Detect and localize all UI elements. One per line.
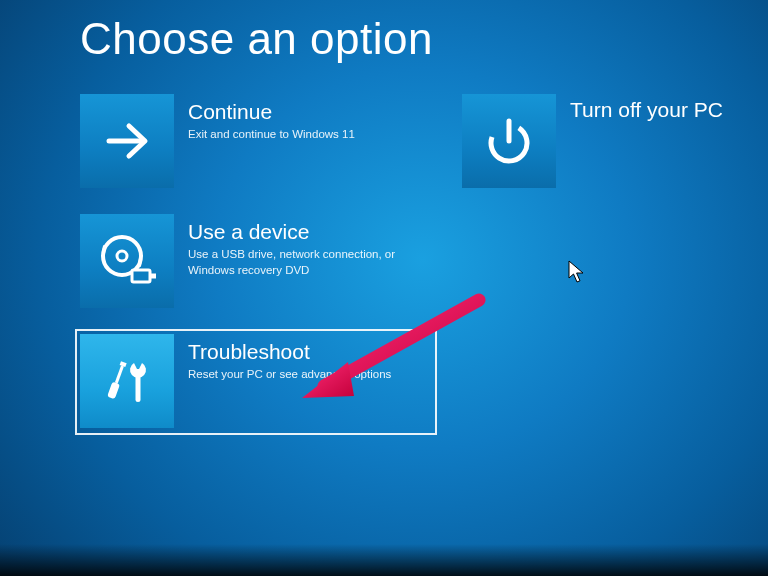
- svg-point-6: [139, 257, 142, 267]
- tile-troubleshoot-title: Troubleshoot: [188, 340, 391, 363]
- svg-rect-11: [107, 382, 120, 400]
- svg-rect-7: [132, 270, 150, 282]
- tile-troubleshoot[interactable]: Troubleshoot Reset your PC or see advanc…: [80, 334, 432, 430]
- tile-continue-desc: Exit and continue to Windows 11: [188, 127, 355, 143]
- svg-point-4: [117, 251, 127, 261]
- tools-icon: [80, 334, 174, 428]
- tile-use-device[interactable]: Use a device Use a USB drive, network co…: [80, 214, 432, 310]
- arrow-right-icon: [80, 94, 174, 188]
- tile-continue-title: Continue: [188, 100, 355, 123]
- tile-use-device-desc: Use a USB drive, network connection, or …: [188, 247, 422, 278]
- tile-troubleshoot-desc: Reset your PC or see advanced options: [188, 367, 391, 383]
- page-title: Choose an option: [80, 14, 688, 64]
- options-grid: Continue Exit and continue to Windows 11…: [80, 94, 688, 430]
- tile-turn-off-title: Turn off your PC: [570, 98, 723, 121]
- svg-rect-9: [120, 361, 127, 367]
- disc-usb-icon: [80, 214, 174, 308]
- svg-rect-8: [150, 274, 156, 279]
- tile-use-device-title: Use a device: [188, 220, 422, 243]
- tile-turn-off[interactable]: Turn off your PC: [462, 94, 742, 190]
- svg-point-5: [103, 245, 106, 255]
- svg-rect-12: [136, 374, 141, 402]
- svg-rect-10: [115, 365, 124, 383]
- tile-continue[interactable]: Continue Exit and continue to Windows 11: [80, 94, 432, 190]
- power-icon: [462, 94, 556, 188]
